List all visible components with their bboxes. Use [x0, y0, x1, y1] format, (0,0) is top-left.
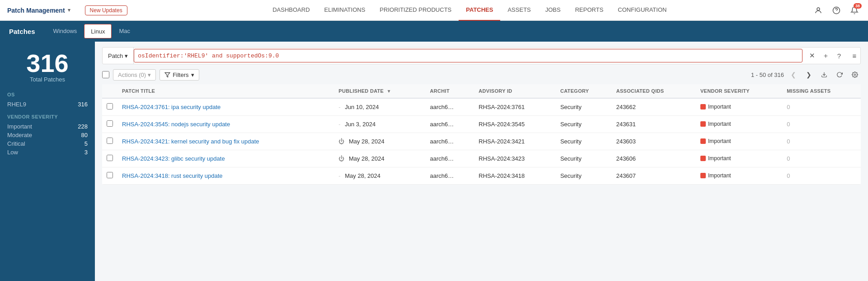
patch-link-3[interactable]: RHSA-2024:3423: glibc security update	[122, 155, 225, 162]
patch-link-2[interactable]: RHSA-2024:3421: kernel security and bug …	[122, 138, 259, 145]
total-patches-label: Total Patches	[7, 76, 88, 83]
row-category-2: Security	[556, 133, 612, 150]
tab-mac[interactable]: Mac	[112, 21, 137, 42]
row-checkbox-1[interactable]	[102, 116, 117, 133]
tab-windows[interactable]: Windows	[46, 21, 84, 42]
nav-reports[interactable]: REPORTS	[568, 0, 611, 21]
row-checkbox-4[interactable]	[102, 167, 117, 185]
patch-link-4[interactable]: RHSA-2024:3418: rust security update	[122, 172, 223, 179]
row-title-3: RHSA-2024:3423: glibc security update	[117, 150, 334, 167]
new-updates-button[interactable]: New Updates	[85, 5, 127, 15]
sidebar-severity-critical[interactable]: Critical 5	[7, 139, 88, 148]
patches-title: Patches	[9, 28, 35, 35]
actions-label: Actions (0)	[118, 71, 146, 78]
nav-dashboard[interactable]: DASHBOARD	[265, 0, 317, 21]
table-row: RHSA-2024:3545: nodejs security update -…	[102, 116, 861, 133]
actions-chevron: ▾	[148, 71, 151, 78]
patches-header: Patches Windows Linux Mac	[0, 21, 868, 42]
filter-query-box[interactable]: osIdentifier:'RHEL9' and supportedOs:9.0	[134, 49, 802, 62]
severity-dot-2	[700, 138, 706, 144]
notifications-icon[interactable]: 38	[848, 4, 861, 17]
missing-count-0: 0	[787, 104, 790, 110]
no-reboot-1: -	[338, 121, 340, 128]
filter-clear-button[interactable]: ✕	[806, 50, 818, 62]
sidebar-severity-label-critical: Critical	[7, 140, 25, 147]
row-qids-2: 243603	[612, 133, 696, 150]
sidebar-os-row-rhel9[interactable]: RHEL9 316	[7, 100, 88, 109]
severity-dot-4	[700, 173, 706, 178]
filter-add-button[interactable]: ＋	[820, 50, 831, 62]
missing-count-2: 0	[787, 138, 790, 145]
patch-link-0[interactable]: RHSA-2024:3761: ipa security update	[122, 104, 221, 110]
missing-count-1: 0	[787, 121, 790, 128]
row-qids-3: 243606	[612, 150, 696, 167]
row-archit-2: aarch6…	[426, 133, 474, 150]
filters-label: Filters	[173, 71, 188, 78]
row-qids-0: 243662	[612, 98, 696, 116]
brand-title: Patch Management	[7, 7, 65, 14]
sidebar-os-section-title: OS	[7, 92, 88, 97]
filter-menu-button[interactable]: ≡	[849, 50, 860, 62]
row-checkbox-2[interactable]	[102, 133, 117, 150]
row-qids-1: 243631	[612, 116, 696, 133]
sidebar: 316 Total Patches OS RHEL9 316 VENDOR SE…	[0, 42, 95, 281]
nav-jobs[interactable]: JOBS	[538, 0, 568, 21]
pagination-next-button[interactable]: ❯	[803, 69, 815, 81]
sidebar-severity-count-low: 3	[84, 149, 88, 156]
pagination-prev-button[interactable]: ❮	[788, 69, 799, 81]
sidebar-severity-label-moderate: Moderate	[7, 132, 32, 138]
main-layout: 316 Total Patches OS RHEL9 316 VENDOR SE…	[0, 42, 868, 281]
th-missing-assets[interactable]: MISSING ASSETS	[782, 84, 861, 98]
actions-button[interactable]: Actions (0) ▾	[113, 69, 156, 81]
severity-label-3: Important	[708, 155, 731, 162]
user-icon[interactable]	[812, 4, 825, 17]
row-category-1: Security	[556, 116, 612, 133]
tab-linux[interactable]: Linux	[84, 24, 112, 38]
th-associated-qids[interactable]: ASSOCIATED QIDS	[612, 84, 696, 98]
select-all-checkbox[interactable]	[102, 71, 109, 78]
sidebar-severity-count-important: 228	[78, 123, 88, 130]
row-date-2: ⏻ May 28, 2024	[334, 133, 425, 150]
filter-patch-dropdown[interactable]: Patch ▾	[103, 48, 134, 64]
row-advisory-id-0: RHSA-2024:3761	[474, 98, 556, 116]
sidebar-severity-count-critical: 5	[84, 140, 88, 147]
table-row: RHSA-2024:3761: ipa security update - Ju…	[102, 98, 861, 116]
sidebar-severity-low[interactable]: Low 3	[7, 148, 88, 157]
download-button[interactable]	[818, 69, 830, 81]
help-icon[interactable]	[830, 4, 843, 17]
toolbar-left: Actions (0) ▾ Filters ▾	[102, 69, 199, 81]
missing-count-3: 0	[787, 155, 790, 162]
th-archit[interactable]: ARCHIT	[426, 84, 474, 98]
sidebar-severity-moderate[interactable]: Moderate 80	[7, 131, 88, 139]
filter-help-button[interactable]: ?	[833, 50, 845, 62]
nav-assets[interactable]: ASSETS	[500, 0, 538, 21]
svg-marker-2	[165, 72, 170, 77]
th-category[interactable]: CATEGORY	[556, 84, 612, 98]
row-checkbox-3[interactable]	[102, 150, 117, 167]
th-published-date[interactable]: PUBLISHED DATE ▼	[334, 84, 425, 98]
severity-dot-0	[700, 104, 706, 110]
severity-badge-0: Important	[700, 104, 731, 110]
th-vendor-severity[interactable]: VENDOR SEVERITY	[696, 84, 782, 98]
row-title-2: RHSA-2024:3421: kernel security and bug …	[117, 133, 334, 150]
row-archit-3: aarch6…	[426, 150, 474, 167]
nav-patches[interactable]: PATCHES	[459, 0, 500, 21]
missing-count-4: 0	[787, 172, 790, 179]
filters-button[interactable]: Filters ▾	[160, 69, 199, 81]
nav-eliminations[interactable]: ELIMINATIONS	[317, 0, 373, 21]
row-date-3: ⏻ May 28, 2024	[334, 150, 425, 167]
refresh-button[interactable]	[834, 69, 845, 81]
nav-configuration[interactable]: CONFIGURATION	[610, 0, 674, 21]
th-patch-title[interactable]: PATCH TITLE	[117, 84, 334, 98]
sidebar-severity-important[interactable]: Important 228	[7, 122, 88, 131]
severity-badge-3: Important	[700, 155, 731, 162]
row-severity-0: Important	[696, 98, 782, 116]
brand-logo[interactable]: Patch Management ▾	[7, 7, 70, 14]
settings-button[interactable]	[849, 69, 861, 81]
content-area: Patch ▾ osIdentifier:'RHEL9' and support…	[95, 42, 868, 281]
row-checkbox-0[interactable]	[102, 98, 117, 116]
patch-link-1[interactable]: RHSA-2024:3545: nodejs security update	[122, 121, 230, 128]
row-missing-3: 0	[782, 150, 861, 167]
th-advisory-id[interactable]: ADVISORY ID	[474, 84, 556, 98]
nav-prioritized-products[interactable]: PRIORITIZED PRODUCTS	[372, 0, 459, 21]
